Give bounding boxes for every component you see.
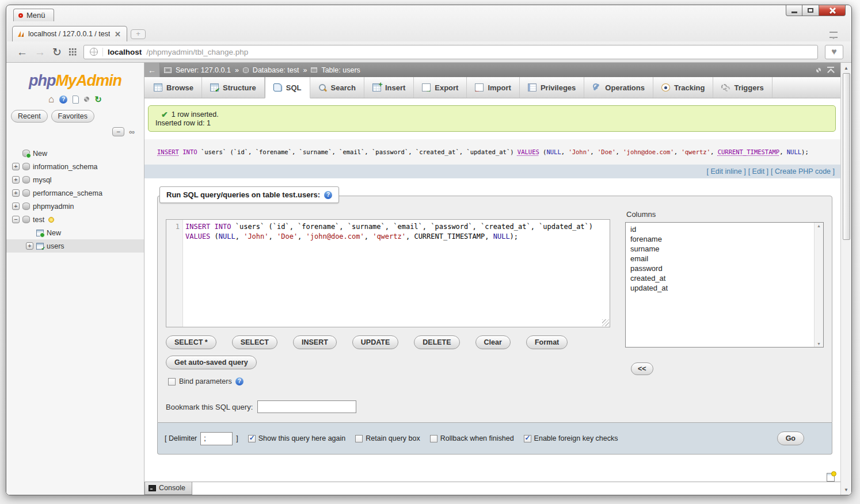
expand-icon[interactable]: + xyxy=(12,203,20,210)
tree-item-mysql[interactable]: +mysql xyxy=(6,173,144,186)
speed-dial-icon[interactable] xyxy=(69,48,77,56)
column-option-forename[interactable]: forename xyxy=(626,234,812,244)
recent-button[interactable]: Recent xyxy=(11,110,48,123)
enable-foreign-key-checks-checkbox[interactable] xyxy=(524,435,531,442)
link-databases-icon[interactable]: ∞ xyxy=(129,128,135,136)
column-option-updated-at[interactable]: updated_at xyxy=(626,283,812,293)
phpmyadmin-logo[interactable]: phpMyAdmin xyxy=(6,67,144,92)
tab-operations[interactable]: Operations xyxy=(584,77,653,98)
expand-icon[interactable]: + xyxy=(26,242,33,250)
legend-help-icon[interactable]: ? xyxy=(324,191,332,199)
bind-parameters-help-icon[interactable]: ? xyxy=(235,377,243,385)
columns-listbox[interactable]: idforenamesurnameemailpasswordcreated_at… xyxy=(625,222,824,348)
tree-item-phpmyadmin[interactable]: +phpmyadmin xyxy=(6,200,144,213)
favorites-button[interactable]: Favorites xyxy=(51,110,94,123)
column-option-created-at[interactable]: created_at xyxy=(626,273,812,283)
editor-resize-grip[interactable] xyxy=(602,319,609,326)
tab-import[interactable]: Import xyxy=(467,77,519,98)
scrollbar-up-icon[interactable]: ▲ xyxy=(842,64,851,72)
documentation-icon[interactable] xyxy=(73,96,79,104)
bind-parameters-checkbox[interactable] xyxy=(168,378,176,385)
editor-code[interactable]: INSERT INTO `users` (`id`, `forename`, `… xyxy=(183,220,610,327)
go-button[interactable]: Go xyxy=(777,432,804,445)
tree-item-test[interactable]: −test xyxy=(6,213,144,226)
sql-editor[interactable]: 1 INSERT INTO `users` (`id`, `forename`,… xyxy=(166,219,610,327)
back-button[interactable]: ← xyxy=(17,47,28,58)
refresh-icon[interactable]: ↻ xyxy=(94,95,102,104)
tree-item-new[interactable]: New xyxy=(6,147,144,160)
tab-browse[interactable]: Browse xyxy=(146,77,202,98)
tree-item-information-schema[interactable]: +information_schema xyxy=(6,160,144,173)
column-option-email[interactable]: email xyxy=(626,254,812,264)
page-related-settings-icon[interactable] xyxy=(827,473,835,482)
expand-icon[interactable]: + xyxy=(12,176,20,184)
tab-triggers[interactable]: Triggers xyxy=(713,77,772,98)
format-button[interactable]: Format xyxy=(526,335,568,349)
maximize-button[interactable] xyxy=(802,5,819,16)
tab-tracking[interactable]: Tracking xyxy=(653,77,713,98)
breadcrumb-back-button[interactable]: ← xyxy=(144,63,160,77)
breadcrumb-server[interactable]: Server: 127.0.0.1 xyxy=(176,66,231,74)
breadcrumb-table[interactable]: Table: users xyxy=(321,66,360,74)
opera-menu-button[interactable]: Menü xyxy=(13,9,54,21)
columns-scrollbar[interactable]: ▲▼ xyxy=(814,223,823,347)
scroll-down-icon[interactable]: ▼ xyxy=(817,342,821,346)
tab-sql[interactable]: SQL xyxy=(265,77,310,98)
tab-structure[interactable]: Structure xyxy=(202,77,265,98)
show-this-query-here-again-checkbox[interactable] xyxy=(248,435,256,442)
update-button[interactable]: UPDATE xyxy=(352,335,398,349)
tree-item-users[interactable]: +users xyxy=(6,239,144,253)
close-button[interactable] xyxy=(819,5,846,16)
collapse-all-button[interactable]: − xyxy=(112,127,124,136)
help-icon[interactable]: ? xyxy=(59,96,67,104)
column-option-surname[interactable]: surname xyxy=(626,244,812,254)
expand-icon[interactable]: + xyxy=(12,163,20,170)
minimize-button[interactable] xyxy=(786,5,802,16)
tree-item-performance-schema[interactable]: +performance_schema xyxy=(6,186,144,200)
edit-inline-link[interactable]: [ Edit inline ] xyxy=(707,167,746,175)
scrollbar-down-icon[interactable]: ▼ xyxy=(842,486,851,494)
tab-search[interactable]: Search xyxy=(310,77,364,98)
collapse-columns-button[interactable]: << xyxy=(631,362,653,375)
collapse-icon[interactable]: − xyxy=(12,216,20,223)
rollback-when-finished-checkbox[interactable] xyxy=(430,435,437,442)
globe-icon[interactable] xyxy=(90,48,98,56)
column-option-password[interactable]: password xyxy=(626,264,812,273)
executed-sql-statement: INSERT INTO `users` (`id`, `forename`, `… xyxy=(144,139,840,165)
edit-link[interactable]: [ Edit ] xyxy=(748,167,768,175)
console-tab[interactable]: Console xyxy=(144,482,192,495)
delimiter-input[interactable] xyxy=(200,432,233,445)
scrollbar-thumb[interactable] xyxy=(843,73,850,240)
tab-close-icon[interactable]: ✕ xyxy=(113,30,122,39)
forward-button[interactable]: → xyxy=(35,47,45,58)
delete-button[interactable]: DELETE xyxy=(414,335,459,349)
address-bar[interactable]: localhost/phpmyadmin/tbl_change.php xyxy=(83,45,818,59)
create-php-code-link[interactable]: [ Create PHP code ] xyxy=(771,167,835,175)
home-icon[interactable]: ⌂ xyxy=(48,94,54,104)
tab-privileges[interactable]: Privileges xyxy=(520,77,584,98)
insert-button[interactable]: INSERT xyxy=(293,335,337,349)
reload-button[interactable]: ↻ xyxy=(52,47,62,58)
new-tab-button[interactable]: + xyxy=(131,29,146,39)
expand-icon[interactable]: + xyxy=(12,189,20,197)
collapse-panel-icon[interactable] xyxy=(827,67,835,74)
column-option-id[interactable]: id xyxy=(626,224,812,234)
tab-export[interactable]: Export xyxy=(414,77,467,98)
select-button[interactable]: SELECT * xyxy=(166,335,216,349)
bookmark-input[interactable] xyxy=(257,400,356,413)
clear-button[interactable]: Clear xyxy=(475,335,511,349)
retain-query-box-checkbox[interactable] xyxy=(355,435,363,442)
tree-item-new[interactable]: New xyxy=(6,226,144,239)
page-settings-gear-icon[interactable] xyxy=(816,68,821,72)
browser-scrollbar[interactable]: ▲ ▼ xyxy=(840,63,851,495)
select-button[interactable]: SELECT xyxy=(232,335,277,349)
tab-insert[interactable]: Insert xyxy=(364,77,414,98)
tab-menu-icon[interactable] xyxy=(828,31,839,39)
settings-gear-icon[interactable] xyxy=(84,97,89,102)
title-bar[interactable]: Menü xyxy=(6,5,851,25)
breadcrumb-database[interactable]: Database: test xyxy=(253,66,299,74)
scroll-up-icon[interactable]: ▲ xyxy=(817,224,821,228)
get-autosaved-query-button[interactable]: Get auto-saved query xyxy=(166,356,257,369)
bookmark-heart-button[interactable]: ♥ xyxy=(825,45,843,59)
browser-tab[interactable]: localhost / 127.0.0.1 / test ✕ xyxy=(12,26,127,41)
